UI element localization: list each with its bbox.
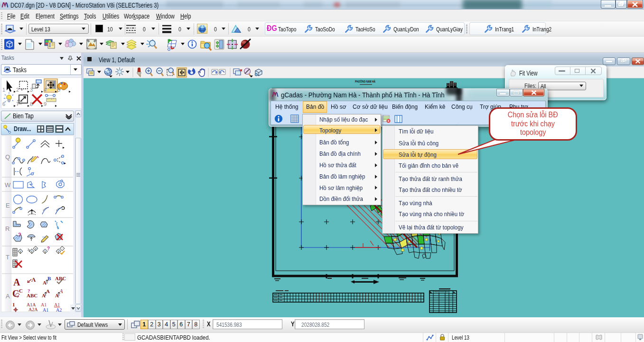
svg-text:A1: A1 — [43, 307, 48, 312]
svg-text:E: E — [6, 202, 10, 209]
svg-text:T: T — [6, 254, 9, 261]
svg-text:A2A: A2A — [28, 307, 38, 312]
svg-text:R: R — [5, 225, 9, 232]
svg-text:Q: Q — [5, 153, 10, 161]
svg-text:W: W — [5, 181, 11, 189]
svg-text:1: 1 — [19, 250, 21, 254]
svg-text:B: B — [47, 276, 51, 281]
svg-text:C: C — [19, 288, 23, 294]
svg-text:A: A — [55, 293, 59, 298]
svg-text:A: A — [59, 288, 63, 294]
svg-text:A1: A1 — [54, 302, 60, 307]
svg-text:A: A — [43, 280, 47, 285]
svg-text:?: ? — [47, 246, 50, 251]
svg-text:A1: A1 — [41, 302, 47, 307]
svg-text:7: 7 — [16, 101, 19, 107]
svg-text:2: 2 — [35, 247, 37, 251]
svg-text:1: 1 — [31, 250, 33, 254]
svg-text:A: A — [31, 276, 36, 283]
svg-text:ABC: ABC — [27, 293, 37, 298]
svg-text:1: 1 — [44, 250, 46, 254]
svg-text:1: 1 — [12, 302, 15, 307]
svg-text:A: A — [6, 293, 10, 300]
svg-text:4: 4 — [44, 87, 47, 93]
svg-text:PHƯỜNG NAM HÀ: PHƯỜNG NAM HÀ — [355, 79, 375, 84]
svg-text:A2: A2 — [56, 307, 62, 312]
svg-text:A: A — [13, 277, 20, 287]
svg-text:8: 8 — [30, 101, 33, 107]
svg-text:5: 5 — [57, 87, 60, 93]
svg-text:9: 9 — [44, 101, 47, 107]
svg-text:1: 1 — [57, 250, 59, 254]
svg-text:ABC: ABC — [55, 276, 66, 281]
svg-text:3: 3 — [30, 87, 33, 93]
svg-text:2: 2 — [16, 87, 19, 93]
svg-text:6: 6 — [2, 101, 5, 107]
svg-text:1: 1 — [2, 87, 5, 93]
svg-text:A: A — [42, 293, 46, 298]
svg-text:?: ? — [18, 232, 21, 238]
